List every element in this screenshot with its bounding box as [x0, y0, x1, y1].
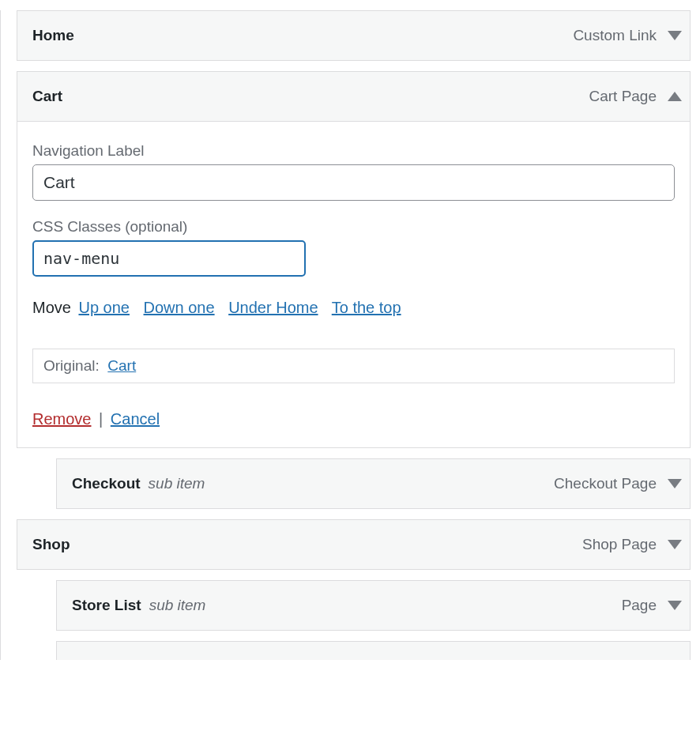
- menu-item-type: Page: [622, 597, 657, 614]
- chevron-down-icon[interactable]: [668, 31, 682, 40]
- chevron-down-icon[interactable]: [668, 479, 682, 488]
- bottom-actions: Remove | Cancel: [32, 410, 675, 428]
- menu-item-title: Store List: [72, 597, 141, 614]
- action-separator: |: [99, 410, 103, 428]
- move-row: Move Up one Down one Under Home To the t…: [32, 299, 675, 317]
- move-under-link[interactable]: Under Home: [228, 299, 318, 316]
- move-label: Move: [32, 299, 71, 316]
- menu-item-title: Cart: [32, 88, 62, 105]
- menu-item-type: Cart Page: [589, 88, 657, 105]
- menu-item-home: Home Custom Link: [17, 10, 691, 61]
- menu-item-sublabel: sub item: [149, 475, 205, 492]
- field-css-classes: CSS Classes (optional): [32, 218, 675, 277]
- nav-label-input[interactable]: [32, 164, 675, 201]
- menu-item-header[interactable]: Shop Shop Page: [17, 519, 691, 570]
- menu-item-title: Home: [32, 27, 74, 44]
- css-classes-title: CSS Classes (optional): [32, 218, 675, 236]
- menu-item-type: Shop Page: [582, 536, 657, 553]
- menu-item-header[interactable]: Store List sub item Page: [56, 580, 691, 631]
- move-up-link[interactable]: Up one: [78, 299, 130, 316]
- move-top-link[interactable]: To the top: [332, 299, 401, 316]
- menu-item-store-list: Store List sub item Page: [56, 580, 691, 631]
- menu-item-body: Navigation Label CSS Classes (optional) …: [17, 122, 691, 448]
- menu-item-partial: [56, 641, 691, 660]
- menu-item-header-partial[interactable]: [56, 641, 691, 660]
- move-down-link[interactable]: Down one: [144, 299, 215, 316]
- chevron-down-icon[interactable]: [668, 540, 682, 549]
- menu-item-header[interactable]: Home Custom Link: [17, 10, 691, 61]
- menu-item-sublabel: sub item: [149, 597, 206, 614]
- menu-item-title: Shop: [32, 536, 70, 553]
- original-link[interactable]: Cart: [107, 357, 136, 374]
- menu-item-shop: Shop Shop Page: [17, 519, 691, 570]
- menu-item-header[interactable]: Cart Cart Page: [17, 71, 691, 122]
- menu-item-type: Custom Link: [573, 27, 657, 44]
- css-classes-input[interactable]: [32, 240, 306, 277]
- menu-item-type: Checkout Page: [554, 475, 657, 492]
- field-navigation-label: Navigation Label: [32, 142, 675, 201]
- menu-item-title: Checkout: [72, 475, 141, 492]
- cancel-link[interactable]: Cancel: [111, 410, 160, 428]
- chevron-down-icon[interactable]: [668, 601, 682, 610]
- original-row: Original: Cart: [32, 349, 675, 383]
- remove-link[interactable]: Remove: [32, 410, 91, 428]
- menu-item-cart: Cart Cart Page Navigation Label CSS Clas…: [17, 71, 691, 448]
- menu-item-header[interactable]: Checkout sub item Checkout Page: [56, 458, 691, 509]
- nav-label-title: Navigation Label: [32, 142, 675, 160]
- chevron-up-icon[interactable]: [668, 92, 682, 101]
- menu-item-checkout: Checkout sub item Checkout Page: [56, 458, 691, 509]
- original-label: Original:: [43, 357, 100, 374]
